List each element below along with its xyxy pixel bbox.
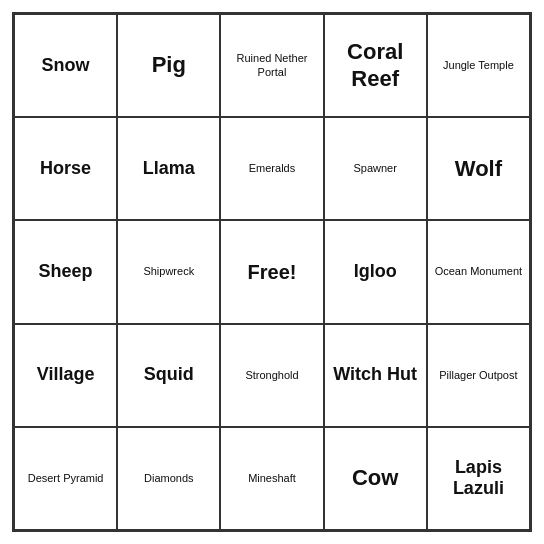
bingo-cell-20: Desert Pyramid xyxy=(14,427,117,530)
bingo-cell-24: Lapis Lazuli xyxy=(427,427,530,530)
bingo-cell-21: Diamonds xyxy=(117,427,220,530)
bingo-cell-9: Wolf xyxy=(427,117,530,220)
bingo-cell-11: Shipwreck xyxy=(117,220,220,323)
bingo-cell-12: Free! xyxy=(220,220,323,323)
bingo-cell-15: Village xyxy=(14,324,117,427)
bingo-cell-22: Mineshaft xyxy=(220,427,323,530)
bingo-cell-17: Stronghold xyxy=(220,324,323,427)
bingo-cell-1: Pig xyxy=(117,14,220,117)
bingo-cell-2: Ruined Nether Portal xyxy=(220,14,323,117)
bingo-cell-23: Cow xyxy=(324,427,427,530)
bingo-cell-14: Ocean Monument xyxy=(427,220,530,323)
bingo-cell-7: Emeralds xyxy=(220,117,323,220)
bingo-cell-8: Spawner xyxy=(324,117,427,220)
bingo-cell-16: Squid xyxy=(117,324,220,427)
bingo-cell-4: Jungle Temple xyxy=(427,14,530,117)
bingo-cell-19: Pillager Outpost xyxy=(427,324,530,427)
bingo-cell-5: Horse xyxy=(14,117,117,220)
bingo-cell-18: Witch Hut xyxy=(324,324,427,427)
bingo-cell-13: Igloo xyxy=(324,220,427,323)
bingo-cell-0: Snow xyxy=(14,14,117,117)
bingo-card: SnowPigRuined Nether PortalCoral ReefJun… xyxy=(12,12,532,532)
bingo-cell-6: Llama xyxy=(117,117,220,220)
bingo-cell-10: Sheep xyxy=(14,220,117,323)
bingo-cell-3: Coral Reef xyxy=(324,14,427,117)
